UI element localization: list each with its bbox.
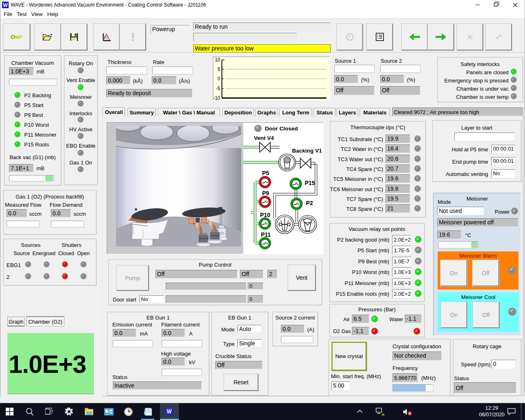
svg-text:0: 0 <box>217 76 220 82</box>
svg-text:Door Closed: Door Closed <box>265 126 298 132</box>
svg-text:10: 10 <box>215 57 221 63</box>
svg-text:Backing V1: Backing V1 <box>292 148 322 154</box>
svg-text:-5: -5 <box>216 86 220 91</box>
svg-text:-10: -10 <box>213 95 220 100</box>
svg-text:P15: P15 <box>305 180 315 186</box>
svg-text:P5: P5 <box>262 170 269 176</box>
svg-text:Vent V4: Vent V4 <box>254 135 274 141</box>
svg-text:P11: P11 <box>261 231 271 238</box>
svg-text:P10: P10 <box>260 212 270 218</box>
svg-text:5: 5 <box>217 66 220 72</box>
svg-text:P9: P9 <box>262 190 269 196</box>
svg-text:P2: P2 <box>306 200 313 206</box>
